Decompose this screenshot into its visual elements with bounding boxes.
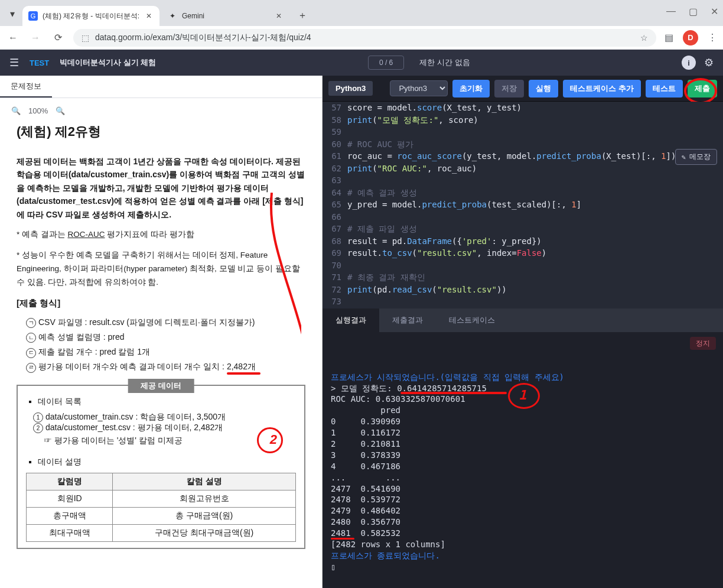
profile-avatar[interactable]: D [683, 30, 698, 46]
svg-text:G: G [31, 12, 36, 20]
tab-menu-chevron[interactable]: ▾ [5, 6, 20, 21]
provided-data-box: 제공 데이터 데이터 목록 1data/customer_train.csv :… [17, 385, 305, 548]
test-button[interactable]: 테스트 [646, 80, 683, 98]
note-perf: * 성능이 우수한 예측 모델을 구축하기 위해서는 데이터 정제, Featu… [17, 249, 305, 290]
submit-format-list: ㄱCSV 파일명 : result.csv (파일명에 디렉토리·폴더 지정불가… [26, 315, 305, 375]
close-icon[interactable]: ✕ [144, 11, 154, 21]
tab-favicon: G [28, 11, 38, 21]
problem-body: (체험) 제2유형 제공된 데이터는 백화점 고객이 1년간 상품을 구매한 속… [0, 123, 322, 560]
problem-pane: 문제정보 🔍 100% 🔍 (체험) 제2유형 제공된 데이터는 백화점 고객이… [0, 76, 323, 588]
back-button[interactable]: ← [6, 31, 20, 45]
test-badge: TEST [30, 59, 49, 67]
tab-testcase[interactable]: 테스트케이스 [436, 308, 508, 332]
code-editor[interactable]: ✎ 메모장 57score = model.score(X_test, y_te… [323, 102, 723, 308]
provided-file-1: 1data/customer_train.csv : 학습용 데이터, 3,50… [33, 412, 296, 423]
star-icon[interactable]: ☆ [640, 33, 648, 43]
console-output[interactable]: 정지 프로세스가 시작되었습니다.(입력값을 직접 입력해 주세요)> 모델 정… [323, 332, 723, 588]
close-icon[interactable]: ✕ [274, 11, 284, 21]
code-pane: Python3 Python3 초기화 저장 실행 테스트케이스 추가 테스트 … [323, 76, 723, 588]
drawer-menu-icon[interactable]: ☰ [9, 56, 19, 69]
tab-submit-result[interactable]: 제출결과 [379, 308, 436, 332]
editor-toolbar: Python3 Python3 초기화 저장 실행 테스트케이스 추가 테스트 … [323, 76, 723, 102]
output-tabs: 실행결과 제출결과 테스트케이스 [323, 308, 723, 332]
provided-tag: 제공 데이터 [128, 379, 194, 393]
add-testcase-button[interactable]: 테스트케이스 추가 [563, 80, 641, 98]
provided-file-2: 2data/customer_test.csv : 평가용 데이터, 2,482… [33, 423, 296, 433]
time-limit-label: 제한 시간 없음 [419, 57, 470, 68]
left-tabs: 문제정보 [0, 76, 322, 98]
reload-button[interactable]: ⟳ [51, 31, 65, 45]
memo-button[interactable]: ✎ 메모장 [675, 149, 717, 165]
address-bar: ← → ⟳ ⬚ dataq.goorm.io/exam/3/빅데이터분석기사-실… [0, 26, 723, 50]
tab-title: Gemini [182, 12, 204, 20]
browser-tab-bar: ▾ G (체험) 제2유형 - 빅데이터분석: ✕ ✦ Gemini ✕ ＋ —… [0, 0, 723, 26]
kebab-menu-icon[interactable]: ⋮ [708, 32, 717, 43]
edit-icon: ✎ [682, 153, 686, 161]
browser-tab-active[interactable]: G (체험) 제2유형 - 빅데이터분석: ✕ [22, 6, 159, 26]
table-row: 회원ID회원고유번호 [27, 490, 296, 507]
window-controls: — ▢ ✕ [666, 6, 718, 17]
hand-circle-3-top [684, 78, 717, 104]
tab-title: (체험) 제2유형 - 빅데이터분석: [43, 11, 139, 21]
address-right-controls: ▤ D ⋮ [665, 30, 717, 46]
close-window-icon[interactable]: ✕ [711, 6, 718, 17]
panel-icon[interactable]: ▤ [665, 32, 673, 43]
provided-list-heading: 데이터 목록 [38, 394, 296, 409]
browser-tab-inactive[interactable]: ✦ Gemini ✕ [162, 6, 289, 26]
workspace: 문제정보 🔍 100% 🔍 (체험) 제2유형 제공된 데이터는 백화점 고객이… [0, 76, 723, 588]
problem-description: 제공된 데이터는 백화점 고객이 1년간 상품을 구매한 속성 데이터이다. 제… [17, 155, 305, 221]
stop-button[interactable]: 정지 [690, 337, 716, 350]
table-row: 최대구매액구매건당 최대구매금액(원) [27, 524, 296, 541]
save-button[interactable]: 저장 [494, 80, 524, 98]
url-field[interactable]: ⬚ dataq.goorm.io/exam/3/빅데이터분석기사-실기-체험/q… [73, 29, 656, 47]
forward-button[interactable]: → [28, 31, 43, 45]
tab-favicon: ✦ [168, 11, 177, 21]
hand-num-2: 2 [270, 432, 277, 447]
progress-counter: 0 / 6 [368, 56, 404, 70]
language-badge: Python3 [328, 81, 373, 96]
maximize-icon[interactable]: ▢ [689, 6, 698, 17]
site-info-icon[interactable]: ⬚ [82, 33, 89, 43]
provided-table: 칼럼명칼럼 설명 회원ID회원고유번호 총구매액총 구매금액(원) 최대구매액구… [26, 473, 296, 542]
url-text: dataq.goorm.io/exam/3/빅데이터분석기사-실기-체험/qui… [95, 33, 311, 43]
note-rocauc: * 예측 결과는 ROC-AUC 평가지표에 따라 평가함 [17, 228, 305, 242]
init-button[interactable]: 초기화 [452, 80, 490, 98]
language-select[interactable]: Python3 [390, 80, 448, 96]
zoom-bar: 🔍 100% 🔍 [0, 98, 322, 123]
submit-format-heading: [제출 형식] [17, 298, 305, 309]
gear-icon[interactable]: ⚙ [704, 56, 714, 69]
app-header: ☰ TEST 빅데이터분석기사 실기 체험 0 / 6 제한 시간 없음 i ⚙ [0, 50, 723, 76]
zoom-level: 100% [28, 106, 48, 115]
tab-run-result[interactable]: 실행결과 [323, 308, 379, 332]
minimize-icon[interactable]: — [666, 6, 676, 17]
zoom-out-icon[interactable]: 🔍 [9, 104, 22, 117]
zoom-in-icon[interactable]: 🔍 [54, 104, 67, 117]
run-button[interactable]: 실행 [529, 80, 558, 98]
count-2482: 2,482개 [227, 362, 256, 371]
provided-desc-heading: 데이터 설명 [38, 454, 296, 469]
problem-heading: (체험) 제2유형 [17, 123, 305, 141]
new-tab-button[interactable]: ＋ [294, 7, 311, 24]
exam-title: 빅데이터분석기사 실기 체험 [60, 57, 156, 68]
tab-problem-info[interactable]: 문제정보 [0, 76, 52, 98]
table-row: 총구매액총 구매금액(원) [27, 507, 296, 524]
info-icon[interactable]: i [682, 56, 696, 70]
